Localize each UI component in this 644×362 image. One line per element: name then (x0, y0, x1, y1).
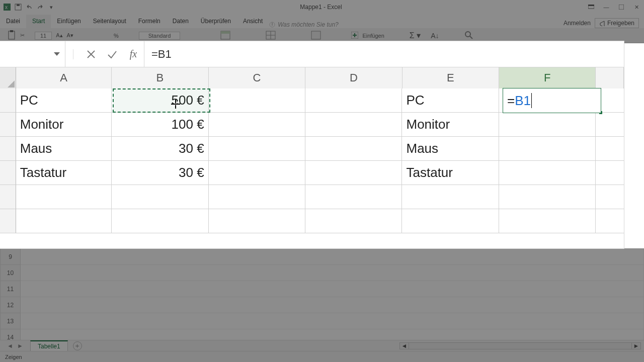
scroll-left-icon[interactable]: ◄ (400, 343, 409, 349)
col-header-F[interactable]: F (499, 67, 596, 88)
row-header-5[interactable] (0, 185, 16, 209)
percent-icon[interactable]: % (114, 33, 119, 39)
sign-in-link[interactable]: Anmelden (564, 20, 591, 27)
row-header-3[interactable] (0, 137, 16, 161)
cell-C5[interactable] (209, 185, 305, 209)
cell-B4[interactable]: 30 € (112, 161, 208, 185)
cell-E2[interactable]: Monitor (402, 113, 499, 137)
cell-A3[interactable]: Maus (16, 137, 112, 161)
tab-start[interactable]: Start (26, 15, 51, 28)
cell-E6[interactable] (402, 209, 499, 233)
row-header-12[interactable]: 12 (1, 297, 21, 313)
col-header-B[interactable]: B (112, 67, 208, 88)
cell-A5[interactable] (16, 185, 112, 209)
autosum-icon[interactable]: Σ ▾ (410, 31, 421, 40)
cell-F6[interactable] (499, 209, 596, 233)
number-format-selector[interactable]: Standard (139, 32, 181, 40)
cell-C1[interactable] (209, 88, 305, 113)
row-header-9[interactable]: 9 (1, 249, 21, 265)
cell-E4[interactable]: Tastatur (402, 161, 499, 185)
cell-D2[interactable] (305, 113, 402, 137)
conditional-formatting-icon[interactable] (220, 31, 230, 41)
sheet-nav-next-icon[interactable]: ► (17, 342, 23, 349)
new-sheet-button[interactable]: ＋ (73, 341, 82, 350)
cell-F4[interactable] (499, 161, 596, 185)
col-header-D[interactable]: D (305, 67, 402, 88)
tab-datei[interactable]: Datei (0, 15, 26, 28)
name-box[interactable] (0, 41, 65, 67)
cell-A1[interactable]: PC (16, 88, 112, 113)
row-header-1[interactable] (0, 88, 16, 113)
close-icon[interactable]: ✕ (629, 2, 644, 13)
col-header-A[interactable]: A (16, 67, 112, 88)
cell-D6[interactable] (305, 209, 402, 233)
share-button[interactable]: Freigeben (595, 18, 639, 28)
minimize-icon[interactable]: — (599, 2, 614, 13)
tell-me-box[interactable]: Was möchten Sie tun? (269, 21, 339, 28)
enter-formula-button[interactable] (102, 41, 123, 67)
cancel-formula-button[interactable] (80, 41, 102, 67)
decrease-font-icon[interactable]: A▾ (67, 32, 73, 39)
tab-daten[interactable]: Daten (167, 15, 195, 28)
tab-einfuegen[interactable]: Einfügen (51, 15, 87, 28)
select-all-corner[interactable] (0, 67, 16, 88)
cell-E3[interactable]: Maus (402, 137, 499, 161)
maximize-icon[interactable] (614, 2, 629, 13)
editing-cell-content[interactable]: =B1 (503, 88, 601, 113)
col-header-E[interactable]: E (403, 67, 499, 88)
scroll-right-icon[interactable]: ► (631, 343, 640, 349)
cell-B1[interactable]: 500 € (112, 88, 208, 113)
increase-font-icon[interactable]: A▴ (56, 32, 62, 39)
insert-function-button[interactable]: fx (123, 41, 144, 67)
tab-formeln[interactable]: Formeln (132, 15, 167, 28)
cell-C6[interactable] (209, 209, 305, 233)
sort-filter-icon[interactable]: A↓ (431, 32, 439, 40)
cut-icon[interactable]: ✂ (20, 32, 25, 39)
row-header-6[interactable] (0, 209, 16, 233)
cell-A6[interactable] (16, 209, 112, 233)
insert-cells-icon[interactable] (351, 32, 358, 40)
cell-D4[interactable] (305, 161, 402, 185)
sheet-nav-prev-icon[interactable]: ◄ (7, 342, 13, 349)
cell-C2[interactable] (209, 113, 305, 137)
cell-A4[interactable]: Tastatur (16, 161, 112, 185)
tab-ueberpruefen[interactable]: Überprüfen (195, 15, 237, 28)
row-header-2[interactable] (0, 113, 16, 137)
tab-ansicht[interactable]: Ansicht (237, 15, 269, 28)
paste-icon[interactable] (7, 30, 16, 41)
cell-D1[interactable] (305, 88, 402, 113)
cell-F3[interactable] (499, 137, 596, 161)
ribbon-display-options-icon[interactable] (584, 2, 599, 13)
row-header-11[interactable]: 11 (1, 281, 21, 297)
find-select-icon[interactable] (464, 31, 473, 41)
horizontal-scrollbar[interactable]: ◄ ► (399, 342, 641, 349)
tab-seitenlayout[interactable]: Seitenlayout (87, 15, 132, 28)
cell-A2[interactable]: Monitor (16, 113, 112, 137)
background-grid[interactable]: 9 10 11 12 13 14 (0, 248, 644, 350)
cell-D5[interactable] (305, 185, 402, 209)
col-header-C[interactable]: C (209, 67, 305, 88)
cell-F5[interactable] (499, 185, 596, 209)
cell-B6[interactable] (112, 209, 208, 233)
formula-input[interactable]: =B1 (144, 48, 624, 61)
cell-C3[interactable] (209, 137, 305, 161)
cell-B5[interactable] (112, 185, 208, 209)
cell-C4[interactable] (209, 161, 305, 185)
name-box-dropdown-icon[interactable] (54, 52, 60, 56)
sheet-tab-active[interactable]: Tabelle1 (30, 340, 68, 351)
cell-D3[interactable] (305, 137, 402, 161)
cell-B2[interactable]: 100 € (112, 113, 208, 137)
redo-icon[interactable] (36, 3, 44, 11)
cell-B3[interactable]: 30 € (112, 137, 208, 161)
undo-icon[interactable] (25, 3, 33, 11)
qa-dropdown-icon[interactable]: ▾ (47, 3, 55, 11)
cell-E1[interactable]: PC (402, 88, 499, 113)
font-size-box[interactable]: 11 (35, 32, 52, 40)
row-header-10[interactable]: 10 (1, 265, 21, 281)
cell-E5[interactable] (402, 185, 499, 209)
cell-F2[interactable] (499, 113, 596, 137)
save-icon[interactable] (14, 3, 22, 11)
row-header-4[interactable] (0, 161, 16, 185)
format-as-table-icon[interactable] (266, 31, 276, 41)
row-header-13[interactable]: 13 (1, 313, 21, 329)
